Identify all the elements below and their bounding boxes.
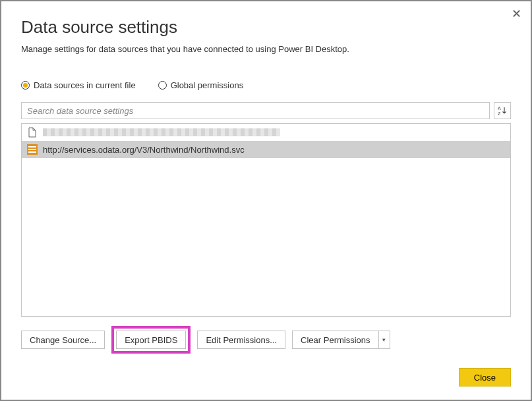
data-source-list: http://services.odata.org/V3/Northwind/N… (21, 123, 511, 317)
svg-rect-5 (28, 151, 36, 153)
clear-permissions-split-button: Clear Permissions ▾ (292, 331, 390, 349)
highlight-export-pbids: Export PBIDS (111, 326, 191, 354)
close-icon[interactable]: ✕ (512, 7, 521, 21)
search-row: A Z (21, 102, 511, 119)
clear-permissions-dropdown[interactable]: ▾ (378, 331, 390, 349)
list-item[interactable] (22, 124, 510, 141)
svg-rect-4 (28, 149, 36, 150)
data-source-settings-dialog: ✕ Data source settings Manage settings f… (1, 1, 531, 400)
list-item[interactable]: http://services.odata.org/V3/Northwind/N… (22, 141, 510, 158)
action-button-row: Change Source... Export PBIDS Edit Permi… (21, 326, 511, 354)
odata-icon (27, 144, 38, 155)
radio-global-permissions[interactable]: Global permissions (158, 80, 244, 90)
export-pbids-button[interactable]: Export PBIDS (116, 331, 186, 349)
sort-button[interactable]: A Z (494, 102, 511, 119)
file-icon (27, 127, 38, 138)
search-input[interactable] (21, 102, 490, 119)
dialog-subtitle: Manage settings for data sources that yo… (21, 44, 511, 54)
radio-label: Data sources in current file (34, 80, 136, 90)
radio-icon (158, 81, 167, 90)
radio-icon (21, 81, 30, 90)
dialog-title: Data source settings (21, 17, 511, 38)
svg-rect-3 (28, 146, 36, 147)
change-source-button[interactable]: Change Source... (21, 331, 105, 349)
clear-permissions-button[interactable]: Clear Permissions (292, 331, 378, 349)
list-item-label (43, 128, 280, 136)
sort-az-icon: A Z (497, 105, 508, 116)
list-item-label: http://services.odata.org/V3/Northwind/N… (43, 145, 245, 155)
svg-text:A: A (498, 106, 501, 111)
svg-text:Z: Z (498, 111, 501, 116)
radio-label: Global permissions (171, 80, 244, 90)
dialog-footer: Close (21, 368, 511, 387)
edit-permissions-button[interactable]: Edit Permissions... (197, 331, 285, 349)
radio-current-file[interactable]: Data sources in current file (21, 80, 136, 90)
close-button[interactable]: Close (459, 368, 511, 387)
chevron-down-icon: ▾ (382, 336, 386, 343)
scope-radio-group: Data sources in current file Global perm… (21, 80, 511, 90)
